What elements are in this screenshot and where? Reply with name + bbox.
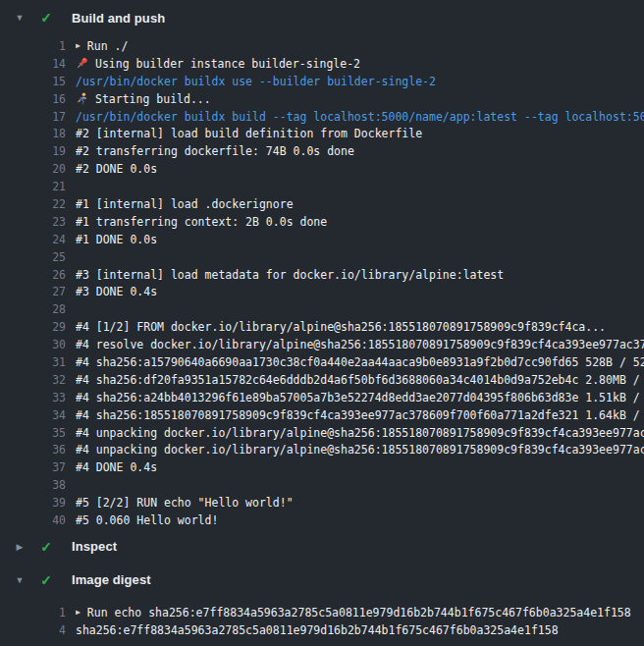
log-line: 21: [0, 178, 644, 195]
log-line: 16 Starting build...: [0, 90, 644, 108]
log-text: Run echo sha256:e7ff8834a5963a2785c5a081…: [87, 606, 631, 619]
section-header[interactable]: ▼ ✓ Image digest: [0, 568, 644, 592]
log-section-build-and-push: ▼ ✓ Build and push 1 ▶Run ./ 14 Using bu…: [0, 6, 644, 529]
log-text: Using builder instance builder-single-2: [95, 57, 360, 71]
line-number[interactable]: 4: [0, 623, 66, 637]
log-section-image-digest: ▼ ✓ Image digest 1 ▶Run echo sha256:e7ff…: [0, 568, 644, 639]
log-text: /usr/bin/docker buildx use --builder bui…: [76, 75, 436, 88]
log-text: #2 transferring dockerfile: 74B 0.0s don…: [76, 144, 354, 158]
log-text: #3 DONE 0.4s: [76, 285, 157, 298]
line-text: #5 0.060 Hello world!: [76, 513, 644, 527]
line-text: Using builder instance builder-single-2: [76, 57, 644, 71]
line-text: #2 transferring dockerfile: 74B 0.0s don…: [76, 144, 644, 158]
caret-icon[interactable]: ▶: [10, 535, 29, 559]
log-text: Run ./: [87, 39, 129, 53]
line-text: #4 [1/2] FROM docker.io/library/alpine@s…: [76, 320, 644, 334]
section-header[interactable]: ▶ ✓ Inspect: [0, 535, 644, 559]
line-number[interactable]: 17: [0, 110, 66, 124]
line-number[interactable]: 1: [0, 39, 66, 53]
line-text: #2 DONE 0.0s: [76, 162, 644, 176]
line-number[interactable]: 20: [0, 162, 66, 176]
line-number[interactable]: 31: [0, 355, 66, 369]
section-title: Inspect: [72, 539, 117, 554]
section-title: Build and push: [72, 11, 165, 26]
log-line: 4 sha256:e7ff8834a5963a2785c5a0811e979d1…: [0, 621, 644, 639]
runner-icon: [76, 92, 89, 106]
log-line: 18 #2 [internal] load build definition f…: [0, 125, 644, 142]
line-number[interactable]: 27: [0, 285, 66, 298]
line-text: #4 resolve docker.io/library/alpine@sha2…: [76, 338, 644, 351]
log-line: 37 #4 DONE 0.4s: [0, 458, 644, 476]
line-text: #4 sha256:a15790640a6690aa1730c38cf0a440…: [76, 355, 644, 369]
line-number[interactable]: 23: [0, 215, 66, 229]
line-number[interactable]: 18: [0, 127, 66, 140]
log-text: #2 [internal] load build definition from…: [76, 127, 422, 140]
line-number[interactable]: 26: [0, 268, 66, 282]
log-line: 15 /usr/bin/docker buildx use --builder …: [0, 73, 644, 90]
log-text: Starting build...: [95, 92, 211, 106]
log-text: /usr/bin/docker buildx build --tag local…: [76, 110, 644, 124]
log-text: #4 sha256:a15790640a6690aa1730c38cf0a440…: [76, 355, 644, 369]
caret-icon[interactable]: ▼: [10, 568, 29, 592]
expand-group-icon[interactable]: ▶: [76, 37, 80, 55]
line-number[interactable]: 39: [0, 496, 66, 510]
log-text: #4 sha256:df20fa9351a15782c64e6dddb2d4a6…: [76, 373, 644, 387]
line-number[interactable]: 21: [0, 180, 66, 193]
line-text: ▶Run echo sha256:e7ff8834a5963a2785c5a08…: [76, 604, 644, 621]
line-number[interactable]: 25: [0, 250, 66, 264]
log-text: #4 sha256:a24bb4013296f61e89ba57005a7b3e…: [76, 391, 644, 404]
line-text: ▶Run ./: [76, 37, 644, 55]
success-check-icon: ✓: [37, 535, 55, 559]
log-text: #5 0.060 Hello world!: [76, 513, 218, 527]
line-number[interactable]: 32: [0, 373, 66, 387]
actions-log-viewer: ▼ ✓ Build and push 1 ▶Run ./ 14 Using bu…: [0, 0, 644, 646]
line-text: Starting build...: [76, 92, 644, 106]
line-number[interactable]: 14: [0, 57, 66, 71]
line-number[interactable]: 36: [0, 443, 66, 457]
log-section-inspect: ▶ ✓ Inspect: [0, 535, 644, 559]
log-text: sha256:e7ff8834a5963a2785c5a0811e979d16b…: [76, 623, 559, 637]
section-header[interactable]: ▼ ✓ Build and push: [0, 6, 644, 29]
line-number[interactable]: 22: [0, 197, 66, 211]
log-text: #4 unpacking docker.io/library/alpine@sh…: [76, 426, 644, 440]
section-title: Image digest: [72, 572, 151, 587]
line-number[interactable]: 28: [0, 302, 66, 316]
line-number[interactable]: 37: [0, 460, 66, 474]
line-number[interactable]: 40: [0, 513, 66, 527]
log-line: 30 #4 resolve docker.io/library/alpine@s…: [0, 336, 644, 353]
line-number[interactable]: 38: [0, 478, 66, 492]
log-line: 23 #1 transferring context: 2B 0.0s done: [0, 213, 644, 231]
line-text: #4 sha256:df20fa9351a15782c64e6dddb2d4a6…: [76, 373, 644, 387]
log-line: 40 #5 0.060 Hello world!: [0, 511, 644, 529]
line-number[interactable]: 35: [0, 426, 66, 440]
line-text: /usr/bin/docker buildx use --builder bui…: [76, 75, 644, 88]
caret-icon[interactable]: ▼: [10, 6, 29, 29]
line-text: #4 unpacking docker.io/library/alpine@sh…: [76, 426, 644, 440]
line-number[interactable]: 30: [0, 338, 66, 351]
line-number[interactable]: 15: [0, 75, 66, 88]
log-line: 38: [0, 476, 644, 494]
line-number[interactable]: 34: [0, 408, 66, 422]
line-text: #1 transferring context: 2B 0.0s done: [76, 215, 644, 229]
log-line: 17 /usr/bin/docker buildx build --tag lo…: [0, 108, 644, 126]
line-number[interactable]: 29: [0, 320, 66, 334]
line-text: /usr/bin/docker buildx build --tag local…: [76, 110, 644, 124]
log-line: 31 #4 sha256:a15790640a6690aa1730c38cf0a…: [0, 353, 644, 371]
line-text: #3 [internal] load metadata for docker.i…: [76, 268, 644, 282]
line-number[interactable]: 1: [0, 606, 66, 619]
line-text: #4 unpacking docker.io/library/alpine@sh…: [76, 443, 644, 457]
pushpin-icon: [76, 57, 89, 71]
line-number[interactable]: 24: [0, 233, 66, 246]
log-text: #4 resolve docker.io/library/alpine@sha2…: [76, 338, 644, 351]
expand-group-icon[interactable]: ▶: [76, 604, 80, 621]
line-number[interactable]: 16: [0, 92, 66, 106]
success-check-icon: ✓: [37, 6, 55, 29]
log-line: 20 #2 DONE 0.0s: [0, 160, 644, 178]
line-text: #4 sha256:a24bb4013296f61e89ba57005a7b3e…: [76, 391, 644, 404]
line-text: sha256:e7ff8834a5963a2785c5a0811e979d16b…: [76, 623, 644, 637]
line-number[interactable]: 19: [0, 144, 66, 158]
log-line: 28: [0, 300, 644, 318]
log-line: 29 #4 [1/2] FROM docker.io/library/alpin…: [0, 318, 644, 336]
line-number[interactable]: 33: [0, 391, 66, 404]
log-line: 14 Using builder instance builder-single…: [0, 55, 644, 73]
